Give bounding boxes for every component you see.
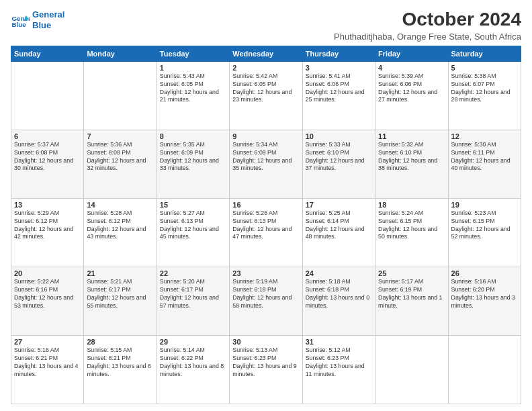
calendar-cell: 25Sunrise: 5:17 AM Sunset: 6:19 PM Dayli… — [375, 267, 448, 335]
cell-info: Sunrise: 5:32 AM Sunset: 6:10 PM Dayligh… — [378, 141, 445, 173]
day-number: 20 — [14, 269, 81, 277]
day-number: 21 — [87, 269, 153, 277]
location-subtitle: Phuthaditjhaba, Orange Free State, South… — [334, 32, 521, 42]
calendar-cell: 19Sunrise: 5:23 AM Sunset: 6:15 PM Dayli… — [448, 198, 521, 267]
cell-info: Sunrise: 5:20 AM Sunset: 6:17 PM Dayligh… — [160, 278, 226, 310]
day-number: 4 — [378, 64, 445, 72]
cell-info: Sunrise: 5:17 AM Sunset: 6:19 PM Dayligh… — [378, 278, 445, 310]
cell-info: Sunrise: 5:19 AM Sunset: 6:18 PM Dayligh… — [232, 278, 299, 310]
calendar-cell: 12Sunrise: 5:30 AM Sunset: 6:11 PM Dayli… — [448, 130, 521, 198]
cell-info: Sunrise: 5:18 AM Sunset: 6:18 PM Dayligh… — [306, 278, 372, 310]
cell-info: Sunrise: 5:12 AM Sunset: 6:23 PM Dayligh… — [306, 347, 372, 379]
day-number: 11 — [378, 132, 445, 140]
header: General Blue General Blue October 2024 P… — [11, 9, 521, 42]
calendar-cell: 28Sunrise: 5:15 AM Sunset: 6:21 PM Dayli… — [84, 335, 157, 404]
cell-info: Sunrise: 5:15 AM Sunset: 6:21 PM Dayligh… — [87, 347, 153, 379]
day-number: 29 — [160, 338, 226, 346]
logo: General Blue General Blue — [11, 9, 64, 30]
week-row-0: 1Sunrise: 5:43 AM Sunset: 6:05 PM Daylig… — [11, 61, 521, 130]
weekday-sunday: Sunday — [11, 46, 84, 61]
calendar-cell — [375, 335, 448, 404]
day-number: 28 — [87, 338, 153, 346]
day-number: 18 — [378, 201, 445, 209]
cell-info: Sunrise: 5:25 AM Sunset: 6:14 PM Dayligh… — [306, 210, 372, 242]
page: General Blue General Blue October 2024 P… — [0, 0, 532, 411]
day-number: 26 — [451, 269, 518, 277]
cell-info: Sunrise: 5:27 AM Sunset: 6:13 PM Dayligh… — [160, 210, 226, 242]
calendar-cell: 22Sunrise: 5:20 AM Sunset: 6:17 PM Dayli… — [157, 267, 229, 335]
week-row-4: 27Sunrise: 5:16 AM Sunset: 6:21 PM Dayli… — [11, 335, 521, 404]
cell-info: Sunrise: 5:38 AM Sunset: 6:07 PM Dayligh… — [451, 73, 518, 105]
title-block: October 2024 Phuthaditjhaba, Orange Free… — [334, 9, 521, 42]
calendar-cell: 4Sunrise: 5:39 AM Sunset: 6:06 PM Daylig… — [375, 61, 448, 130]
calendar-cell: 17Sunrise: 5:25 AM Sunset: 6:14 PM Dayli… — [302, 198, 375, 267]
cell-info: Sunrise: 5:14 AM Sunset: 6:22 PM Dayligh… — [160, 347, 226, 379]
cell-info: Sunrise: 5:29 AM Sunset: 6:12 PM Dayligh… — [14, 210, 81, 242]
calendar-cell: 5Sunrise: 5:38 AM Sunset: 6:07 PM Daylig… — [448, 61, 521, 130]
day-number: 1 — [160, 64, 226, 72]
calendar-table: SundayMondayTuesdayWednesdayThursdayFrid… — [11, 46, 521, 404]
logo-icon: General Blue — [11, 11, 30, 30]
weekday-header-row: SundayMondayTuesdayWednesdayThursdayFrid… — [11, 46, 521, 61]
calendar-body: 1Sunrise: 5:43 AM Sunset: 6:05 PM Daylig… — [11, 61, 521, 404]
month-title: October 2024 — [334, 9, 521, 30]
calendar-cell: 27Sunrise: 5:16 AM Sunset: 6:21 PM Dayli… — [11, 335, 84, 404]
calendar-cell: 2Sunrise: 5:42 AM Sunset: 6:05 PM Daylig… — [230, 61, 302, 130]
cell-info: Sunrise: 5:16 AM Sunset: 6:20 PM Dayligh… — [451, 278, 518, 310]
calendar-cell: 9Sunrise: 5:34 AM Sunset: 6:09 PM Daylig… — [230, 130, 302, 198]
cell-info: Sunrise: 5:26 AM Sunset: 6:13 PM Dayligh… — [232, 210, 299, 242]
calendar-cell: 21Sunrise: 5:21 AM Sunset: 6:17 PM Dayli… — [84, 267, 157, 335]
day-number: 22 — [160, 269, 226, 277]
calendar-cell: 10Sunrise: 5:33 AM Sunset: 6:10 PM Dayli… — [302, 130, 375, 198]
calendar-cell: 24Sunrise: 5:18 AM Sunset: 6:18 PM Dayli… — [302, 267, 375, 335]
calendar-cell: 29Sunrise: 5:14 AM Sunset: 6:22 PM Dayli… — [157, 335, 229, 404]
calendar-cell: 3Sunrise: 5:41 AM Sunset: 6:06 PM Daylig… — [302, 61, 375, 130]
cell-info: Sunrise: 5:21 AM Sunset: 6:17 PM Dayligh… — [87, 278, 153, 310]
calendar-cell — [84, 61, 157, 130]
week-row-1: 6Sunrise: 5:37 AM Sunset: 6:08 PM Daylig… — [11, 130, 521, 198]
cell-info: Sunrise: 5:16 AM Sunset: 6:21 PM Dayligh… — [14, 347, 81, 379]
svg-text:Blue: Blue — [11, 20, 26, 28]
weekday-friday: Friday — [375, 46, 448, 61]
calendar-cell — [448, 335, 521, 404]
calendar-cell: 14Sunrise: 5:28 AM Sunset: 6:12 PM Dayli… — [84, 198, 157, 267]
weekday-tuesday: Tuesday — [157, 46, 229, 61]
day-number: 19 — [451, 201, 518, 209]
day-number: 8 — [160, 132, 226, 140]
calendar-cell: 1Sunrise: 5:43 AM Sunset: 6:05 PM Daylig… — [157, 61, 229, 130]
day-number: 7 — [87, 132, 153, 140]
calendar-cell: 30Sunrise: 5:13 AM Sunset: 6:23 PM Dayli… — [230, 335, 302, 404]
cell-info: Sunrise: 5:13 AM Sunset: 6:23 PM Dayligh… — [232, 347, 299, 379]
weekday-saturday: Saturday — [448, 46, 521, 61]
calendar-cell: 15Sunrise: 5:27 AM Sunset: 6:13 PM Dayli… — [157, 198, 229, 267]
cell-info: Sunrise: 5:33 AM Sunset: 6:10 PM Dayligh… — [306, 141, 372, 173]
cell-info: Sunrise: 5:23 AM Sunset: 6:15 PM Dayligh… — [451, 210, 518, 242]
weekday-wednesday: Wednesday — [230, 46, 302, 61]
calendar-cell: 23Sunrise: 5:19 AM Sunset: 6:18 PM Dayli… — [230, 267, 302, 335]
day-number: 2 — [232, 64, 299, 72]
day-number: 10 — [306, 132, 372, 140]
calendar-cell: 18Sunrise: 5:24 AM Sunset: 6:15 PM Dayli… — [375, 198, 448, 267]
calendar-cell: 26Sunrise: 5:16 AM Sunset: 6:20 PM Dayli… — [448, 267, 521, 335]
day-number: 14 — [87, 201, 153, 209]
day-number: 16 — [232, 201, 299, 209]
calendar-cell: 20Sunrise: 5:22 AM Sunset: 6:16 PM Dayli… — [11, 267, 84, 335]
day-number: 31 — [306, 338, 372, 346]
calendar-cell: 7Sunrise: 5:36 AM Sunset: 6:08 PM Daylig… — [84, 130, 157, 198]
day-number: 24 — [306, 269, 372, 277]
cell-info: Sunrise: 5:42 AM Sunset: 6:05 PM Dayligh… — [232, 73, 299, 105]
cell-info: Sunrise: 5:24 AM Sunset: 6:15 PM Dayligh… — [378, 210, 445, 242]
logo-text: General Blue — [32, 9, 64, 30]
cell-info: Sunrise: 5:39 AM Sunset: 6:06 PM Dayligh… — [378, 73, 445, 105]
day-number: 30 — [232, 338, 299, 346]
calendar-cell: 11Sunrise: 5:32 AM Sunset: 6:10 PM Dayli… — [375, 130, 448, 198]
calendar-cell — [11, 61, 84, 130]
cell-info: Sunrise: 5:43 AM Sunset: 6:05 PM Dayligh… — [160, 73, 226, 105]
day-number: 23 — [232, 269, 299, 277]
day-number: 12 — [451, 132, 518, 140]
day-number: 3 — [306, 64, 372, 72]
calendar-cell: 8Sunrise: 5:35 AM Sunset: 6:09 PM Daylig… — [157, 130, 229, 198]
weekday-monday: Monday — [84, 46, 157, 61]
calendar-cell: 13Sunrise: 5:29 AM Sunset: 6:12 PM Dayli… — [11, 198, 84, 267]
day-number: 15 — [160, 201, 226, 209]
